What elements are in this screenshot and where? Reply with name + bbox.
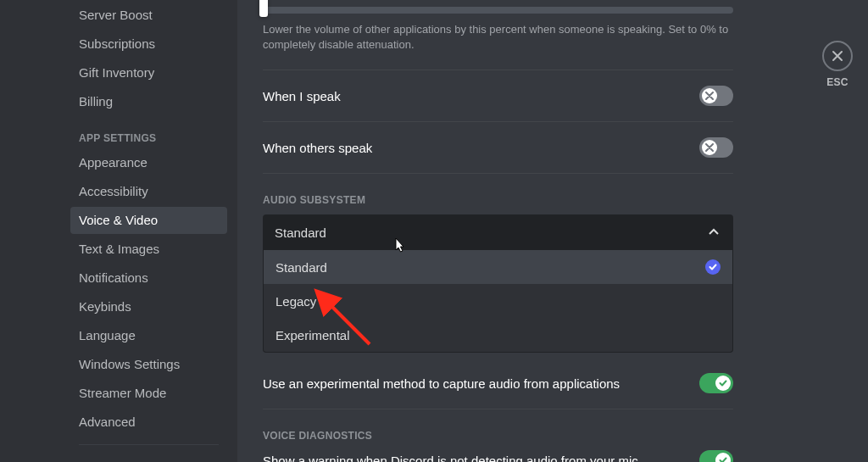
check-icon — [705, 259, 721, 275]
settings-content: Lower the volume of other applications b… — [237, 0, 868, 462]
settings-sidebar: Server Boost Subscriptions Gift Inventor… — [0, 0, 237, 462]
attenuation-slider[interactable] — [263, 3, 826, 14]
label-when-i-speak: When I speak — [263, 89, 341, 103]
sidebar-item-server-boost[interactable]: Server Boost — [70, 2, 227, 29]
sidebar-item-appearance[interactable]: Appearance — [70, 149, 227, 176]
row-when-i-speak: When I speak — [263, 70, 733, 122]
chevron-up-icon — [706, 225, 721, 240]
sidebar-item-gift-inventory[interactable]: Gift Inventory — [70, 59, 227, 86]
check-icon — [719, 456, 727, 462]
sidebar-item-voice-video[interactable]: Voice & Video — [70, 207, 227, 234]
sidebar-item-language[interactable]: Language — [70, 322, 227, 349]
close-icon — [705, 92, 714, 100]
sidebar-item-keybinds[interactable]: Keybinds — [70, 293, 227, 320]
row-voice-warning: Show a warning when Discord is not detec… — [263, 450, 733, 462]
dropdown-option-legacy[interactable]: Legacy — [264, 284, 732, 318]
dropdown-option-standard[interactable]: Standard — [264, 250, 732, 284]
toggle-voice-warning[interactable] — [699, 450, 733, 462]
header-audio-subsystem: AUDIO SUBSYSTEM — [263, 194, 826, 206]
esc-label: ESC — [822, 76, 853, 88]
toggle-when-others-speak[interactable] — [699, 137, 733, 158]
label-voice-warning: Show a warning when Discord is not detec… — [263, 454, 638, 463]
slider-thumb[interactable] — [259, 0, 268, 17]
sidebar-header-activity-settings: ACTIVITY SETTINGS — [70, 454, 227, 462]
header-voice-diagnostics: VOICE DIAGNOSTICS — [263, 430, 826, 442]
check-icon — [719, 379, 727, 387]
label-when-others-speak: When others speak — [263, 141, 372, 155]
sidebar-item-advanced[interactable]: Advanced — [70, 409, 227, 436]
sidebar-item-text-images[interactable]: Text & Images — [70, 236, 227, 263]
sidebar-item-billing[interactable]: Billing — [70, 88, 227, 115]
dropdown-option-experimental[interactable]: Experimental — [264, 318, 732, 352]
sidebar-item-subscriptions[interactable]: Subscriptions — [70, 31, 227, 58]
row-experimental-capture: Use an experimental method to capture au… — [263, 358, 733, 409]
sidebar-item-notifications[interactable]: Notifications — [70, 264, 227, 292]
row-when-others-speak: When others speak — [263, 122, 733, 174]
sidebar-item-accessibility[interactable]: Accessibility — [70, 178, 227, 205]
sidebar-item-streamer-mode[interactable]: Streamer Mode — [70, 380, 227, 407]
sidebar-header-app-settings: APP SETTINGS — [70, 117, 227, 149]
close-settings[interactable]: ESC — [822, 41, 853, 88]
option-label: Legacy — [275, 294, 316, 309]
toggle-experimental-capture[interactable] — [699, 373, 733, 393]
toggle-when-i-speak[interactable] — [699, 86, 733, 106]
audio-subsystem-dropdown[interactable]: Standard — [263, 214, 733, 250]
label-experimental-capture: Use an experimental method to capture au… — [263, 376, 620, 391]
option-label: Standard — [275, 260, 327, 275]
audio-subsystem-menu: Standard Legacy Experimental — [263, 250, 733, 353]
attenuation-description: Lower the volume of other applications b… — [263, 22, 737, 53]
sidebar-item-windows-settings[interactable]: Windows Settings — [70, 351, 227, 378]
option-label: Experimental — [275, 328, 350, 342]
close-icon — [705, 143, 714, 152]
close-icon — [831, 49, 844, 63]
dropdown-current-value: Standard — [275, 225, 326, 240]
sidebar-divider — [79, 444, 219, 445]
